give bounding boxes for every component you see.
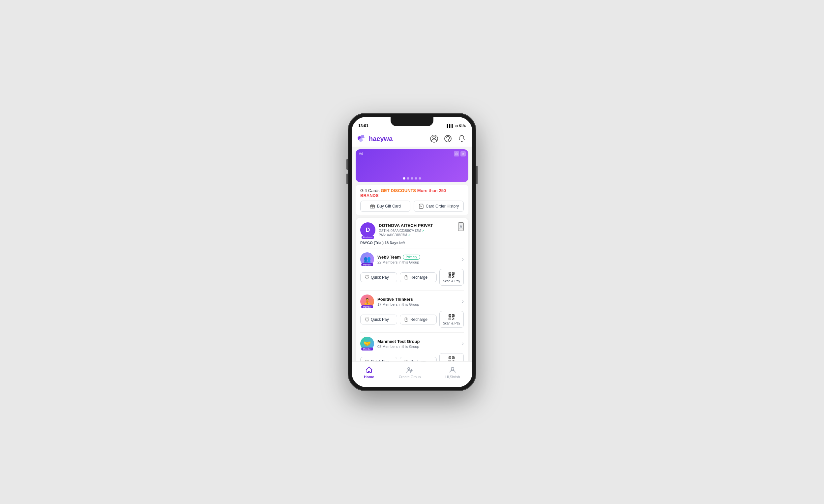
- status-icons: ▌▌▌ ⊙ 51%: [447, 124, 466, 128]
- scan-pay-label-web3: Scan & Pay: [443, 279, 460, 283]
- logo-icon: [357, 135, 367, 142]
- recharge-button-positive[interactable]: Recharge: [400, 314, 437, 325]
- quick-pay-button-positive[interactable]: Quick Pay: [360, 314, 397, 325]
- main-content[interactable]: Ad ⓘ ✕ Gift Cards GET DISCOUNTS: [352, 147, 472, 361]
- ad-close-button[interactable]: ✕: [460, 151, 466, 156]
- create-group-icon: [406, 366, 414, 374]
- logo: haeywa: [357, 135, 393, 143]
- ad-info-button[interactable]: ⓘ: [454, 151, 459, 156]
- nav-profile[interactable]: Hi,Shrish: [440, 365, 466, 380]
- nav-home[interactable]: Home: [358, 365, 379, 380]
- member-badge-positive: Member: [361, 305, 373, 308]
- svg-rect-1: [360, 135, 365, 139]
- svg-point-6: [448, 140, 449, 141]
- group-item-web3: 👥 Member Web3 Team Primary: [360, 252, 464, 286]
- company-info: DOTNOVA AITECH PRIVAT GSTIN: 06AAICD8897…: [379, 223, 433, 237]
- ad-banner: Ad ⓘ ✕: [355, 149, 469, 182]
- cart-icon: [419, 204, 424, 209]
- collapse-company-button[interactable]: ∧: [458, 222, 464, 231]
- status-time: 13:01: [358, 124, 369, 128]
- group-info-web3: Web3 Team Primary 22 Members in this Gro…: [378, 255, 420, 264]
- discount-label: GET DISCOUNTS: [381, 188, 416, 193]
- notification-icon[interactable]: [457, 134, 467, 143]
- company-avatar: D: [360, 222, 376, 238]
- ad-label: Ad: [359, 152, 363, 155]
- group-members-web3: 22 Members in this Group: [378, 260, 420, 264]
- heart-icon: [365, 275, 369, 280]
- card-order-history-button[interactable]: Card Order History: [414, 201, 464, 212]
- company-avatar-wrapper: D Business: [360, 222, 376, 238]
- group-avatar-wrapper-web3: 👥 Member: [360, 252, 374, 266]
- wifi-icon: ⊙: [455, 124, 458, 128]
- home-icon: [365, 366, 373, 374]
- group-divider-1: [360, 290, 464, 290]
- volume-up-button: [346, 159, 348, 170]
- company-card: D Business DOTNOVA AITECH PRIVAT GSTIN: …: [355, 218, 469, 361]
- phone-screen: 13:01 ▌▌▌ ⊙ 51% haeywa: [352, 117, 472, 387]
- member-badge-manmeet: Member: [361, 348, 373, 351]
- ad-controls: ⓘ ✕: [454, 151, 466, 156]
- svg-rect-8: [405, 275, 407, 279]
- gift-cards-label: Gift Cards: [360, 188, 380, 193]
- primary-badge-web3: Primary: [403, 255, 420, 260]
- group-item-positive: 🧘 Member Positive Thinkers 17 Me: [360, 294, 464, 328]
- svg-point-30: [451, 367, 454, 370]
- recharge-icon: [404, 275, 409, 280]
- ad-dot-2: [407, 177, 409, 179]
- buy-gift-card-button[interactable]: Buy Gift Card: [360, 201, 410, 212]
- svg-rect-15: [405, 318, 407, 321]
- group-info-positive: Positive Thinkers 17 Members in this Gro…: [378, 297, 419, 306]
- scan-pay-button-manmeet[interactable]: Scan & Pay: [439, 353, 464, 361]
- scan-pay-button-positive[interactable]: Scan & Pay: [439, 311, 464, 328]
- recharge-button-manmeet[interactable]: Recharge: [400, 357, 437, 362]
- chevron-icon-manmeet: ›: [462, 341, 464, 347]
- gift-cards-title: Gift Cards GET DISCOUNTS More than 250 B…: [360, 188, 464, 198]
- company-name: DOTNOVA AITECH PRIVAT: [379, 223, 433, 228]
- recharge-icon-positive: [404, 317, 409, 322]
- pan-label: PAN: AAICD8897M ✓: [379, 233, 433, 237]
- phone-notch: [391, 117, 433, 126]
- nav-create-group[interactable]: Create Group: [394, 365, 426, 380]
- ad-dot-3: [411, 177, 413, 179]
- qr-icon-web3: [448, 271, 455, 279]
- company-header: D Business DOTNOVA AITECH PRIVAT GSTIN: …: [360, 222, 464, 238]
- group-actions-manmeet: Quick Pay Recharge: [360, 353, 464, 361]
- group-members-manmeet: 03 Members in this Group: [378, 345, 420, 349]
- gstin-verified-icon: ✓: [422, 229, 425, 233]
- support-icon[interactable]: [443, 134, 452, 143]
- recharge-button-web3[interactable]: Recharge: [400, 272, 437, 282]
- group-info-manmeet: Manmeet Test Group 03 Members in this Gr…: [378, 339, 420, 349]
- svg-rect-14: [449, 276, 450, 277]
- battery-icon: 51%: [459, 124, 466, 128]
- quick-pay-button-web3[interactable]: Quick Pay: [360, 272, 397, 282]
- svg-rect-21: [449, 319, 450, 320]
- group-item-manmeet: 🤝 Member Manmeet Test Group 03 M: [360, 337, 464, 361]
- chevron-icon-web3: ›: [462, 256, 464, 262]
- group-header-manmeet[interactable]: 🤝 Member Manmeet Test Group 03 M: [360, 337, 464, 351]
- gift-cards-section: Gift Cards GET DISCOUNTS More than 250 B…: [355, 185, 469, 215]
- ad-dot-5: [419, 177, 421, 179]
- business-badge: Business: [362, 236, 374, 239]
- group-header-positive[interactable]: 🧘 Member Positive Thinkers 17 Me: [360, 294, 464, 308]
- home-label: Home: [364, 375, 374, 379]
- member-badge-web3: Member: [361, 263, 373, 266]
- svg-point-29: [408, 368, 410, 370]
- scan-pay-button-web3[interactable]: Scan & Pay: [439, 269, 464, 286]
- svg-rect-13: [453, 273, 454, 274]
- group-header-web3[interactable]: 👥 Member Web3 Team Primary: [360, 252, 464, 266]
- group-left-positive: 🧘 Member Positive Thinkers 17 Me: [360, 294, 419, 308]
- ad-dot-1: [403, 177, 405, 179]
- svg-rect-12: [449, 273, 450, 274]
- profile-icon[interactable]: [429, 134, 439, 143]
- app-header: haeywa: [352, 131, 472, 147]
- logo-text: haeywa: [369, 135, 393, 143]
- create-group-label: Create Group: [399, 375, 421, 379]
- group-name-manmeet: Manmeet Test Group: [378, 339, 420, 344]
- ad-pagination-dots: [403, 177, 421, 179]
- group-actions-web3: Quick Pay Recharge: [360, 269, 464, 286]
- profile-label: Hi,Shrish: [445, 375, 460, 379]
- phone-frame: 13:01 ▌▌▌ ⊙ 51% haeywa: [348, 113, 476, 391]
- ad-dot-4: [415, 177, 417, 179]
- bottom-nav: Home Create Group Hi,Shrish: [352, 361, 472, 387]
- quick-pay-button-manmeet[interactable]: Quick Pay: [360, 357, 397, 362]
